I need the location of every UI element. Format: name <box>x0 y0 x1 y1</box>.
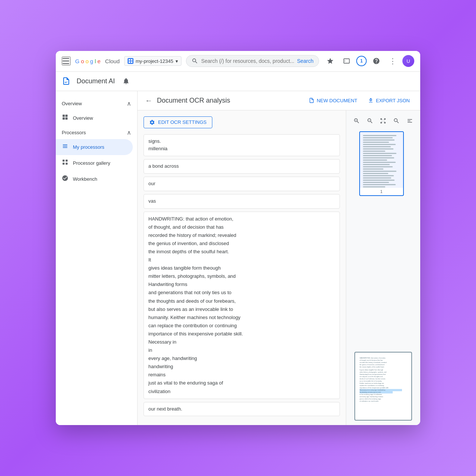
processor-gallery-icon <box>62 159 68 167</box>
svg-rect-5 <box>65 115 68 117</box>
search-input[interactable] <box>201 58 294 64</box>
text-segment-content-5: our next breath. <box>148 406 182 412</box>
svg-rect-1 <box>131 59 132 61</box>
content-title: Document OCR analysis <box>157 97 301 104</box>
sidebar-item-processor-gallery[interactable]: Processor gallery <box>56 155 133 171</box>
sidebar-section-processors[interactable]: Processors ∧ <box>56 126 137 139</box>
processors-section-label: Processors <box>62 130 86 135</box>
text-segment-3: vas <box>144 194 340 209</box>
page-thumbnail-1[interactable]: 1 <box>359 131 404 196</box>
svg-rect-11 <box>66 163 68 164</box>
project-dropdown-icon: ▾ <box>176 58 178 64</box>
fit-page-button[interactable] <box>377 115 389 127</box>
sidebar: Overview ∧ Overview Processors ∧ My proc… <box>56 91 138 425</box>
page-thumb-preview <box>360 132 403 188</box>
content-panel: ← Document OCR analysis NEW DOCUMENT EXP… <box>138 91 420 425</box>
zoom-in-button[interactable] <box>351 115 363 127</box>
edit-ocr-settings-label: EDIT OCR SETTINGS <box>158 119 207 125</box>
top-nav-bar: Google Cloud my-project-12345 ▾ Search 1 <box>56 51 420 72</box>
content-header: ← Document OCR analysis NEW DOCUMENT EXP… <box>138 91 420 110</box>
app-window: Google Cloud my-project-12345 ▾ Search 1 <box>56 51 420 425</box>
svg-rect-0 <box>129 59 130 61</box>
content-body: EDIT OCR SETTINGS signs.millennia a bond… <box>138 110 420 425</box>
svg-rect-7 <box>65 117 68 119</box>
svg-rect-10 <box>62 163 64 164</box>
secondary-nav: Document AI <box>56 72 420 91</box>
layout-toggle-button[interactable] <box>404 115 416 127</box>
overview-item-label: Overview <box>73 115 93 121</box>
search-magnifier-icon <box>192 58 198 64</box>
project-icon <box>128 58 134 64</box>
sidebar-section-overview[interactable]: Overview ∧ <box>56 97 137 110</box>
sidebar-item-overview[interactable]: Overview <box>56 110 133 126</box>
text-segment-content-3: vas <box>148 198 156 204</box>
document-panel: EDIT OCR SETTINGS signs.millennia a bond… <box>138 110 346 425</box>
hamburger-menu-button[interactable] <box>62 57 71 65</box>
text-segment-1: a bond across <box>144 159 340 174</box>
export-json-button[interactable]: EXPORT JSON <box>365 95 413 106</box>
svg-rect-4 <box>62 115 65 117</box>
search-button[interactable]: Search <box>297 58 313 64</box>
edit-ocr-settings-button[interactable]: EDIT OCR SETTINGS <box>144 116 212 128</box>
export-json-label: EXPORT JSON <box>376 98 410 103</box>
my-processors-icon <box>62 143 68 151</box>
text-segment-4: HANDWRITING: that action of emotion,of t… <box>144 212 340 399</box>
settings-icon <box>149 119 155 125</box>
project-selector[interactable]: my-project-12345 ▾ <box>124 56 181 66</box>
workbench-icon <box>62 175 68 183</box>
back-button[interactable]: ← <box>145 96 152 105</box>
text-segment-content-4: HANDWRITING: that action of emotion,of t… <box>148 216 243 394</box>
zoom-out-button[interactable] <box>364 115 376 127</box>
text-segment-content-1: a bond across <box>148 163 179 169</box>
svg-rect-3 <box>131 61 132 63</box>
more-options-icon-button[interactable]: ⋮ <box>386 54 399 68</box>
cloud-shell-icon-button[interactable] <box>340 54 353 68</box>
doc-search-button[interactable] <box>390 115 402 127</box>
document-preview-content: HANDWRITING: that action of emotion, of … <box>355 353 411 407</box>
sidebar-item-my-processors[interactable]: My processors <box>56 139 133 155</box>
user-avatar[interactable]: U <box>402 55 414 67</box>
processors-chevron-icon: ∧ <box>127 129 131 136</box>
svg-rect-9 <box>66 160 68 161</box>
nav-icons: 1 ⋮ U <box>324 54 414 68</box>
new-doc-icon <box>309 97 315 103</box>
help-icon-button[interactable] <box>370 54 383 68</box>
overview-chevron-icon: ∧ <box>127 100 131 107</box>
preview-panel: 1 HANDWRITING: that action of emotion, o… <box>346 110 420 425</box>
text-segment-0: signs.millennia <box>144 134 340 157</box>
document-preview-large: HANDWRITING: that action of emotion, of … <box>354 352 412 421</box>
sidebar-item-workbench[interactable]: Workbench <box>56 171 133 187</box>
processor-gallery-label: Processor gallery <box>73 160 110 166</box>
workbench-label: Workbench <box>73 176 97 182</box>
text-segment-content-0: signs.millennia <box>148 138 167 152</box>
document-ai-icon <box>62 76 72 86</box>
svg-rect-6 <box>62 117 65 119</box>
svg-rect-2 <box>129 61 130 63</box>
new-document-label: NEW DOCUMENT <box>317 98 357 103</box>
main-content: Overview ∧ Overview Processors ∧ My proc… <box>56 91 420 425</box>
overview-grid-icon <box>62 114 68 122</box>
star-icon-button[interactable] <box>324 54 337 68</box>
project-name: my-project-12345 <box>136 58 173 64</box>
overview-section-label: Overview <box>62 101 82 106</box>
google-cloud-logo: Google Cloud <box>75 58 120 64</box>
notification-badge[interactable]: 1 <box>356 56 367 66</box>
text-segment-2: our <box>144 177 340 191</box>
new-document-button[interactable]: NEW DOCUMENT <box>306 95 360 106</box>
text-segment-content-2: our <box>148 181 155 186</box>
notification-bell-button[interactable] <box>119 74 133 88</box>
export-icon <box>368 97 374 103</box>
preview-toolbar <box>351 115 416 127</box>
document-ai-title: Document AI <box>77 77 115 85</box>
svg-rect-8 <box>62 160 64 161</box>
search-bar[interactable]: Search <box>186 55 319 67</box>
text-segment-5: our next breath. <box>144 402 340 416</box>
more-dots-icon: ⋮ <box>389 57 396 65</box>
my-processors-label: My processors <box>73 144 104 150</box>
